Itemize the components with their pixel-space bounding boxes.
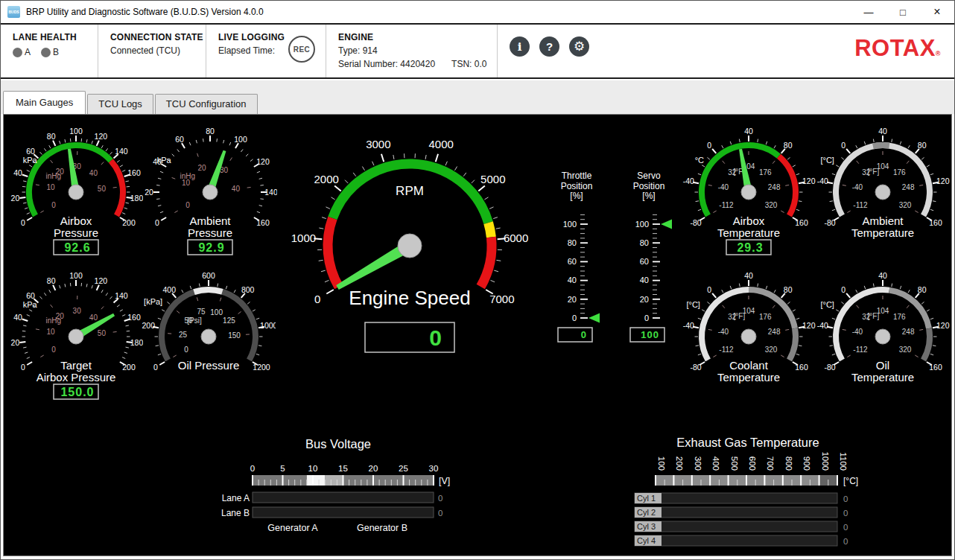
svg-text:150.0: 150.0 xyxy=(60,386,94,398)
engine-speed-svg: 01000200030004000500060007000RPMEngine S… xyxy=(287,120,533,377)
svg-text:-80: -80 xyxy=(824,363,835,372)
tab-tcu-logs[interactable]: TCU Logs xyxy=(87,94,153,114)
svg-text:200: 200 xyxy=(675,456,684,471)
oil-pressure-gauge: 0200400600800100012000255075100125150[kP… xyxy=(142,265,276,414)
svg-text:Bus Voltage: Bus Voltage xyxy=(305,437,371,451)
svg-text:176: 176 xyxy=(759,313,772,321)
svg-text:-112: -112 xyxy=(853,346,868,354)
svg-text:140: 140 xyxy=(115,147,128,156)
svg-text:0: 0 xyxy=(843,509,848,518)
window-controls: — □ × xyxy=(851,1,954,23)
svg-text:-80: -80 xyxy=(690,218,701,227)
svg-text:Temperature: Temperature xyxy=(851,371,914,384)
svg-text:Cyl 2: Cyl 2 xyxy=(637,508,656,517)
svg-text:0: 0 xyxy=(21,363,25,372)
oil-pressure-svg: 0200400600800100012000255075100125150[kP… xyxy=(142,265,276,411)
svg-text:15: 15 xyxy=(338,464,348,473)
svg-text:600: 600 xyxy=(202,271,215,280)
svg-text:-40: -40 xyxy=(817,176,828,185)
svg-text:80: 80 xyxy=(47,276,56,285)
help-icon[interactable]: ? xyxy=(539,36,559,57)
svg-text:30: 30 xyxy=(429,464,439,473)
info-icon[interactable]: i xyxy=(510,36,530,57)
svg-text:200: 200 xyxy=(122,218,136,227)
ambient-pressure-svg: 020406080100120140160010203040kPainHgAmb… xyxy=(143,121,277,267)
svg-text:120: 120 xyxy=(95,276,108,285)
bus-voltage-svg: Bus Voltage051015202530[V]Lane A0Lane B0… xyxy=(218,432,463,538)
svg-text:0: 0 xyxy=(429,325,442,350)
svg-text:[°C]: [°C] xyxy=(686,300,699,309)
svg-text:7000: 7000 xyxy=(489,293,514,305)
svg-text:20: 20 xyxy=(11,194,20,203)
svg-text:[%]: [%] xyxy=(642,191,655,201)
svg-text:176: 176 xyxy=(893,168,906,176)
svg-text:50: 50 xyxy=(98,185,107,193)
svg-text:600: 600 xyxy=(748,456,757,471)
svg-text:176: 176 xyxy=(759,168,772,176)
servo-position-pointer xyxy=(661,220,672,229)
svg-text:inHg: inHg xyxy=(45,172,61,180)
svg-text:248: 248 xyxy=(902,183,915,191)
svg-text:Generator B: Generator B xyxy=(357,523,407,533)
tab-main-gauges[interactable]: Main Gauges xyxy=(3,91,86,114)
svg-text:Lane A: Lane A xyxy=(222,493,250,503)
settings-gear-icon[interactable]: ⚙ xyxy=(569,36,589,57)
svg-text:-40: -40 xyxy=(852,328,863,336)
svg-text:0: 0 xyxy=(843,537,848,546)
svg-text:1000: 1000 xyxy=(260,321,276,330)
svg-text:100: 100 xyxy=(210,308,223,316)
svg-text:0: 0 xyxy=(185,201,190,209)
svg-text:40: 40 xyxy=(89,314,98,322)
svg-text:60: 60 xyxy=(640,257,649,266)
svg-text:248: 248 xyxy=(902,328,915,336)
rec-icon[interactable]: REC xyxy=(288,36,315,63)
svg-text:0: 0 xyxy=(314,293,320,305)
oil-temperature-gauge: -80-4004080120160-112-4032104176248320[°… xyxy=(816,265,950,414)
svg-text:80: 80 xyxy=(784,141,793,150)
svg-text:Generator A: Generator A xyxy=(267,523,318,533)
svg-text:40: 40 xyxy=(640,276,649,284)
svg-text:320: 320 xyxy=(899,201,912,209)
minimize-button[interactable]: — xyxy=(851,1,886,23)
svg-text:120: 120 xyxy=(936,176,950,185)
svg-text:400: 400 xyxy=(711,456,720,471)
svg-text:80: 80 xyxy=(568,238,577,247)
coolant-temperature-gauge: -80-4004080120160-112-4032104176248320[°… xyxy=(682,265,816,414)
svg-text:60: 60 xyxy=(26,291,35,300)
svg-text:0: 0 xyxy=(644,314,649,322)
svg-text:-40: -40 xyxy=(852,183,863,191)
svg-text:40: 40 xyxy=(568,276,577,284)
svg-text:0: 0 xyxy=(250,464,255,473)
svg-text:80: 80 xyxy=(206,127,215,136)
status-header: LANE HEALTH A B CONNECTION STATE Connect… xyxy=(1,23,954,79)
engine-serial: Serial Number: 4420420 xyxy=(338,59,435,69)
ambient-pressure-gauge: 020406080100120140160010203040kPainHgAmb… xyxy=(143,121,277,270)
svg-text:40: 40 xyxy=(744,127,753,136)
throttle-position-pointer xyxy=(588,314,600,323)
svg-text:0: 0 xyxy=(581,329,587,340)
live-logging-section: LIVE LOGGING Elapsed Time: REC xyxy=(206,25,326,77)
svg-text:RPM: RPM xyxy=(396,184,424,198)
svg-text:40: 40 xyxy=(13,313,22,322)
svg-text:0: 0 xyxy=(707,141,711,150)
lane-health-label: LANE HEALTH xyxy=(13,32,98,42)
svg-text:0: 0 xyxy=(843,494,848,503)
tab-tcu-configuration[interactable]: TCU Configuration xyxy=(155,94,258,114)
oil-temperature-svg: -80-4004080120160-112-4032104176248320[°… xyxy=(816,265,950,411)
svg-text:700: 700 xyxy=(766,456,775,471)
maximize-button[interactable]: □ xyxy=(886,1,920,23)
svg-text:Airbox: Airbox xyxy=(60,214,92,227)
svg-text:10: 10 xyxy=(308,464,318,473)
lane-b-label: B xyxy=(53,47,59,57)
bus-voltage-panel: Bus Voltage051015202530[V]Lane A0Lane B0… xyxy=(218,432,463,541)
svg-text:kPa: kPa xyxy=(23,156,38,165)
titlebar: BUDS BRP Utility and Diagnostic Software… xyxy=(1,1,954,23)
svg-text:75: 75 xyxy=(197,308,206,316)
svg-text:248: 248 xyxy=(768,183,781,191)
svg-text:[%]: [%] xyxy=(570,191,583,201)
close-button[interactable]: × xyxy=(920,1,954,23)
svg-text:125: 125 xyxy=(223,316,235,325)
svg-text:inHg: inHg xyxy=(180,172,195,180)
svg-text:0: 0 xyxy=(21,218,25,227)
registered-mark: ® xyxy=(936,50,941,57)
